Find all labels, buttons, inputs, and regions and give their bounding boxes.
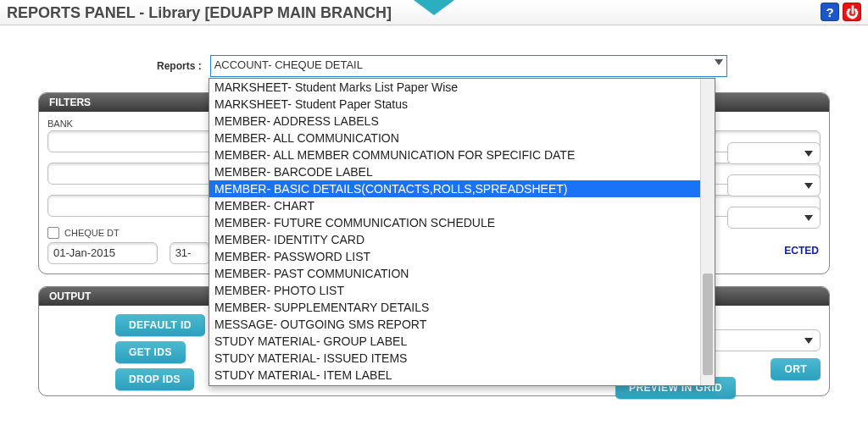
dropdown-option[interactable]: MEMBER- IDENTITY CARD [209, 231, 715, 248]
page-title: REPORTS PANEL - Library [EDUAPP MAIN BRA… [7, 4, 392, 21]
filter-select-1[interactable] [727, 142, 821, 164]
dropdown-option[interactable]: MEMBER- FUTURE COMMUNICATION SCHEDULE [209, 214, 715, 231]
filter-select-3[interactable] [727, 207, 821, 229]
top-arrow-decor [414, 0, 454, 15]
dropdown-option[interactable]: MEMBER- ALL MEMBER COMMUNICATION FOR SPE… [209, 146, 715, 163]
default-ids-button[interactable]: DEFAULT ID [115, 314, 205, 336]
dropdown-option[interactable]: STUDY MATERIAL- GROUP LABEL [209, 333, 715, 350]
reports-dropdown-list[interactable]: MARKSHEET- Student Marks List Paper Wise… [209, 78, 715, 386]
cheque-dt-checkbox[interactable] [47, 227, 59, 239]
chevron-down-icon [804, 338, 813, 344]
scrollbar-thumb[interactable] [703, 273, 713, 375]
dropdown-option[interactable]: MEMBER- ALL COMMUNICATION [209, 130, 715, 146]
dropdown-option[interactable]: MEMBER- PASSWORD LIST [209, 248, 715, 265]
power-icon[interactable]: ⏻ [843, 3, 861, 21]
dropdown-option[interactable]: MEMBER- SUPPLEMENTARY DETAILS [209, 299, 715, 316]
dropdown-option[interactable]: MARKSHEET- Student Marks List Paper Wise [209, 79, 715, 96]
dropdown-option[interactable]: MEMBER- ADDRESS LABELS [209, 113, 715, 130]
chevron-down-icon [804, 215, 813, 221]
drop-ids-button[interactable]: DROP IDS [115, 368, 194, 390]
dropdown-option[interactable]: MESSAGE- OUTGOING SMS REPORT [209, 316, 715, 333]
help-icon[interactable]: ? [821, 3, 839, 21]
dropdown-option[interactable]: MEMBER- BARCODE LABEL [209, 163, 715, 180]
dropdown-option[interactable]: STUDY MATERIAL- ITEM LABEL [209, 367, 715, 384]
reports-select[interactable]: ACCOUNT- CHEQUE DETAIL [210, 55, 727, 77]
reports-label: Reports : [157, 60, 202, 72]
date-to-input[interactable]: 31- [170, 242, 210, 264]
dropdown-option[interactable]: MEMBER- CHART [209, 197, 715, 214]
chevron-down-icon [804, 183, 813, 189]
date-from-input[interactable]: 01-Jan-2015 [47, 242, 158, 264]
generate-report-button[interactable]: ORT [771, 358, 821, 380]
chevron-down-icon [804, 151, 813, 157]
dropdown-option[interactable]: STUDY MATERIAL- PENDING ITEMS FOR ISSUE [209, 384, 715, 386]
dropdown-scrollbar[interactable] [700, 79, 715, 385]
dropdown-option[interactable]: STUDY MATERIAL- ISSUED ITEMS [209, 350, 715, 367]
dropdown-option[interactable]: MEMBER- PAST COMMUNICATION [209, 265, 715, 282]
get-ids-button[interactable]: GET IDS [115, 341, 186, 363]
dropdown-option[interactable]: MARKSHEET- Student Paper Status [209, 96, 715, 113]
dropdown-option[interactable]: MEMBER- PHOTO LIST [209, 282, 715, 299]
filter-select-2[interactable] [727, 174, 821, 196]
reports-select-value: ACCOUNT- CHEQUE DETAIL [214, 58, 363, 71]
cheque-dt-label: CHEQUE DT [64, 228, 120, 238]
selected-link-partial[interactable]: ECTED [784, 245, 819, 257]
chevron-down-icon [715, 59, 723, 65]
dropdown-option[interactable]: MEMBER- BASIC DETAILS(CONTACTS,ROLLS,SPR… [209, 180, 715, 197]
title-bar: REPORTS PANEL - Library [EDUAPP MAIN BRA… [0, 0, 868, 25]
